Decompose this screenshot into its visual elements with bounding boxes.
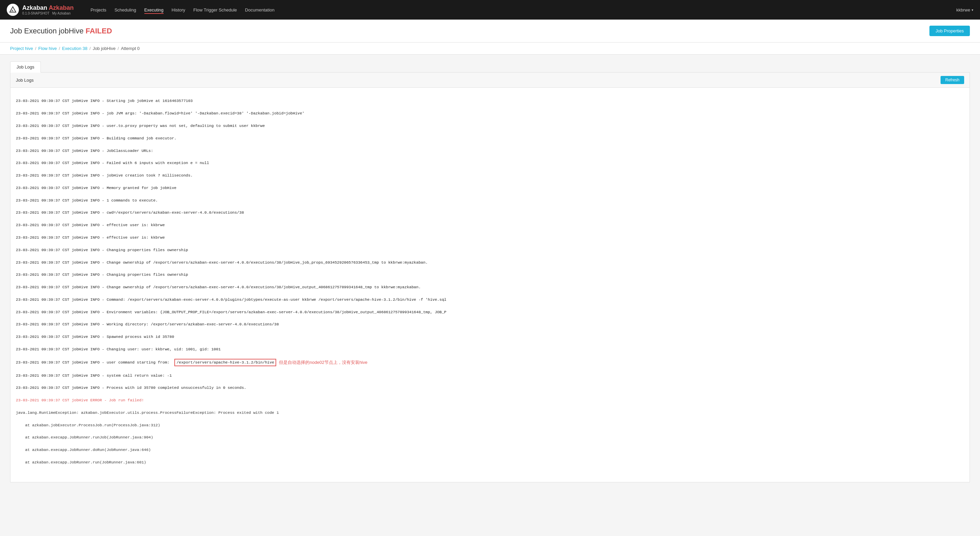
log-line: 23-03-2021 09:39:37 CST jobHive INFO - E… [16, 309, 964, 315]
nav-link-history[interactable]: History [172, 6, 185, 14]
azkaban-logo-icon: A [9, 6, 16, 13]
log-line-stacktrace-3: at azkaban.execapp.JobRunner.doRun(JobRu… [16, 447, 964, 453]
log-line-exception: java.lang.RuntimeException: azkaban.jobE… [16, 410, 964, 416]
log-line: 23-03-2021 09:39:37 CST jobHive INFO - J… [16, 148, 964, 154]
brand-name: Azkaban Azkaban [22, 5, 73, 11]
brand-title-block: Azkaban Azkaban 0.1.0-SNAPSHOT My Azkaba… [22, 5, 73, 15]
breadcrumb-execution[interactable]: Execution 38 [62, 46, 88, 51]
log-highlight-value: /export/servers/apache-hive-3.1.2/bin/hi… [174, 359, 276, 366]
log-line-error: 23-03-2021 09:39:37 CST jobHive ERROR - … [16, 397, 964, 404]
log-line: 23-03-2021 09:39:37 CST jobHive INFO - C… [16, 247, 964, 253]
page-title: Job Execution jobHive FAILED [10, 27, 112, 35]
user-chevron-icon: ▾ [972, 8, 973, 12]
log-section-title: Job Logs [16, 78, 34, 83]
brand-name-red: Azkaban [49, 5, 73, 11]
log-line: 23-03-2021 09:39:37 CST jobHive INFO - M… [16, 185, 964, 191]
breadcrumb: Project hive / Flow hive / Execution 38 … [0, 43, 980, 55]
breadcrumb-sep-1: / [35, 46, 37, 51]
log-line: 23-03-2021 09:39:37 CST jobHive INFO - S… [16, 334, 964, 340]
brand-version: 0.1.0-SNAPSHOT [22, 11, 49, 15]
log-line: 23-03-2021 09:39:37 CST jobHive INFO - e… [16, 234, 964, 241]
log-line: 23-03-2021 09:39:37 CST jobHive INFO - u… [16, 123, 964, 129]
username: kkbrwe [956, 8, 970, 13]
breadcrumb-flow[interactable]: Flow hive [38, 46, 57, 51]
breadcrumb-project[interactable]: Project hive [10, 46, 33, 51]
breadcrumb-sep-4: / [118, 46, 119, 51]
brand-name-text: Azkaban [22, 5, 47, 11]
brand-subtitle: 0.1.0-SNAPSHOT My Azkaban [22, 11, 73, 15]
log-line: 23-03-2021 09:39:37 CST jobHive INFO - P… [16, 385, 964, 391]
log-line-highlight: 23-03-2021 09:39:37 CST jobHive INFO - u… [16, 359, 964, 366]
nav-link-scheduling[interactable]: Scheduling [115, 6, 136, 14]
log-header: Job Logs Refresh [10, 73, 970, 88]
log-line: 23-03-2021 09:39:37 CST jobHive INFO - c… [16, 210, 964, 216]
log-line: 23-03-2021 09:39:37 CST jobHive INFO - C… [16, 284, 964, 290]
log-line-stacktrace-2: at azkaban.execapp.JobRunner.runJob(JobR… [16, 434, 964, 440]
brand-my-azkaban: My Azkaban [52, 11, 70, 15]
log-line-stacktrace-1: at azkaban.jobExecutor.ProcessJob.run(Pr… [16, 422, 964, 428]
refresh-button[interactable]: Refresh [940, 76, 964, 84]
nav-link-documentation[interactable]: Documentation [245, 6, 275, 14]
nav-link-projects[interactable]: Projects [91, 6, 106, 14]
nav-item-scheduling[interactable]: Scheduling [115, 8, 136, 13]
job-properties-button[interactable]: Job Properties [929, 26, 970, 36]
user-menu[interactable]: kkbrwe ▾ [956, 8, 973, 13]
nav-item-executing[interactable]: Executing [144, 8, 164, 13]
log-line: 23-03-2021 09:39:37 CST jobHive INFO - B… [16, 136, 964, 142]
log-body: 23-03-2021 09:39:37 CST jobHive INFO - S… [10, 88, 970, 482]
log-line: 23-03-2021 09:39:37 CST jobHive INFO - F… [16, 160, 964, 166]
page-title-status: FAILED [86, 27, 112, 35]
log-line: 23-03-2021 09:39:37 CST jobHive INFO - j… [16, 172, 964, 179]
nav-item-documentation[interactable]: Documentation [245, 8, 275, 13]
brand: A Azkaban Azkaban 0.1.0-SNAPSHOT My Azka… [7, 4, 73, 16]
breadcrumb-attempt: Attempt 0 [121, 46, 140, 51]
navbar: A Azkaban Azkaban 0.1.0-SNAPSHOT My Azka… [0, 0, 980, 19]
log-line: 23-03-2021 09:39:37 CST jobHive INFO - C… [16, 297, 964, 303]
log-line: 23-03-2021 09:39:37 CST jobHive INFO - C… [16, 272, 964, 278]
nav-item-projects[interactable]: Projects [91, 8, 106, 13]
log-line: 23-03-2021 09:39:37 CST jobHive INFO - s… [16, 373, 964, 379]
nav-item-history[interactable]: History [172, 8, 185, 13]
log-line: 23-03-2021 09:39:37 CST jobHive INFO - e… [16, 222, 964, 228]
tab-bar: Job Logs [10, 61, 970, 73]
log-line: 23-03-2021 09:39:37 CST jobHive INFO - 1… [16, 198, 964, 204]
log-line: 23-03-2021 09:39:37 CST jobHive INFO - j… [16, 110, 964, 116]
log-line-stacktrace-4: at azkaban.execapp.JobRunner.run(JobRunn… [16, 459, 964, 466]
breadcrumb-sep-3: / [89, 46, 91, 51]
log-line: 23-03-2021 09:39:37 CST jobHive INFO - W… [16, 321, 964, 327]
main-content: Job Logs Job Logs Refresh 23-03-2021 09:… [0, 55, 980, 489]
breadcrumb-job: Job jobHive [93, 46, 116, 51]
log-line: 23-03-2021 09:39:37 CST jobHive INFO - C… [16, 346, 964, 353]
nav-link-executing[interactable]: Executing [144, 6, 164, 14]
brand-logo: A [7, 4, 19, 16]
log-annotation: 但是自动选择的node02节点上，没有安装hive [279, 359, 367, 366]
page-title-prefix: Job Execution jobHive [10, 27, 84, 35]
page-header: Job Execution jobHive FAILED Job Propert… [0, 19, 980, 43]
log-line: 23-03-2021 09:39:37 CST jobHive INFO - S… [16, 98, 964, 104]
log-line: 23-03-2021 09:39:37 CST jobHive INFO - C… [16, 260, 964, 266]
nav-link-flow-trigger[interactable]: Flow Trigger Schedule [193, 6, 237, 14]
nav-item-flow-trigger[interactable]: Flow Trigger Schedule [193, 8, 237, 13]
tab-job-logs[interactable]: Job Logs [10, 61, 41, 73]
breadcrumb-sep-2: / [59, 46, 60, 51]
log-container: Job Logs Refresh 23-03-2021 09:39:37 CST… [10, 73, 970, 482]
svg-text:A: A [11, 9, 13, 12]
nav-menu: Projects Scheduling Executing History Fl… [91, 8, 275, 13]
log-highlight-prefix: 23-03-2021 09:39:37 CST jobHive INFO - u… [16, 359, 172, 365]
